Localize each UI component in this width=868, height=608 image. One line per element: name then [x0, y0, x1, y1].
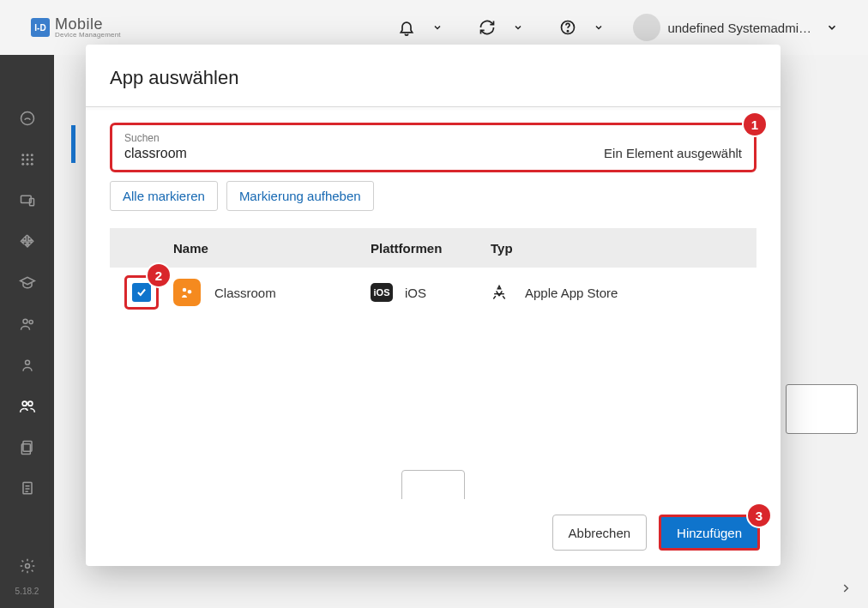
- select-app-dialog: App auswählen 1 Suchen Ein Element ausge…: [86, 45, 781, 566]
- col-platforms: Plattformen: [371, 241, 491, 256]
- deselect-all-button[interactable]: Markierung aufheben: [226, 181, 374, 211]
- table-header: Name Plattformen Typ: [110, 228, 756, 268]
- selection-count: Ein Element ausgewählt: [604, 146, 742, 160]
- add-button-label: Hinzufügen: [677, 526, 742, 540]
- select-all-button[interactable]: Alle markieren: [110, 181, 218, 211]
- svg-point-23: [183, 288, 187, 292]
- search-label: Suchen: [124, 132, 742, 144]
- table-row[interactable]: 2 Classroom iOS iOS: [110, 268, 756, 317]
- callout-2: 2: [148, 264, 170, 286]
- callout-3: 3: [748, 504, 770, 527]
- checkbox-highlight: 2: [124, 275, 159, 310]
- modal-backdrop: App auswählen 1 Suchen Ein Element ausge…: [0, 0, 868, 608]
- appstore-icon: [491, 284, 508, 301]
- cancel-button[interactable]: Abbrechen: [552, 515, 648, 551]
- row-checkbox[interactable]: [132, 283, 151, 302]
- app-name: Classroom: [214, 286, 276, 300]
- apps-table: Name Plattformen Typ 2: [110, 228, 756, 317]
- col-name: Name: [173, 241, 371, 256]
- ios-badge-icon: iOS: [371, 283, 393, 302]
- type-label: Apple App Store: [525, 286, 618, 300]
- search-input[interactable]: [124, 146, 590, 161]
- search-field-highlight: 1 Suchen Ein Element ausgewählt: [110, 123, 756, 172]
- platform-label: iOS: [405, 286, 426, 300]
- pagination-partial: [401, 470, 465, 499]
- add-button[interactable]: 3 Hinzufügen: [659, 515, 760, 551]
- callout-1: 1: [744, 113, 766, 135]
- svg-point-24: [188, 290, 192, 294]
- dialog-title: App auswählen: [110, 67, 756, 89]
- app-icon: [173, 279, 201, 306]
- col-type: Typ: [491, 241, 756, 256]
